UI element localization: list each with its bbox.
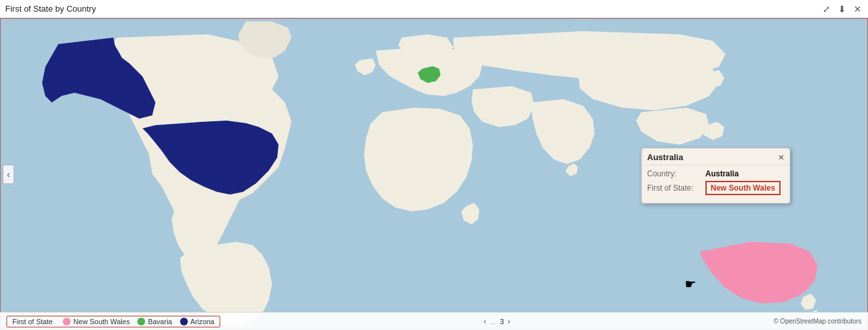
legend-label-nsw: New South Wales <box>73 318 130 325</box>
tooltip-state-value: New South Wales <box>705 181 781 195</box>
tooltip-title: Australia <box>647 152 683 162</box>
legend-item-nsw: New South Wales <box>63 318 130 325</box>
tooltip-state-label: First of State: <box>647 183 705 193</box>
tooltip-body: Country: Australia First of State: New S… <box>642 165 790 203</box>
current-page: 3 <box>500 318 504 325</box>
next-page-arrow[interactable]: › <box>508 317 510 326</box>
prev-page-arrow[interactable]: ‹ <box>483 317 486 326</box>
map-attribution: © OpenStreetMap contributors <box>773 318 862 325</box>
tooltip-header: Australia ✕ <box>642 148 790 165</box>
legend-dot-arizona <box>180 318 188 325</box>
tooltip-country-value: Australia <box>705 169 738 178</box>
close-icon[interactable]: ✕ <box>852 4 863 14</box>
tooltip-close-button[interactable]: ✕ <box>778 154 784 161</box>
legend-dot-nsw <box>63 318 71 325</box>
legend-item-bavaria: Bavaria <box>137 318 172 325</box>
tooltip-popup: Australia ✕ Country: Australia First of … <box>641 148 790 204</box>
bottom-bar: First of State New South Wales Bavaria A… <box>0 312 868 330</box>
legend: First of State New South Wales Bavaria A… <box>6 316 220 327</box>
download-icon[interactable]: ⬇ <box>837 4 847 14</box>
page-dots: ... <box>490 318 496 325</box>
legend-label-bavaria: Bavaria <box>148 318 172 325</box>
legend-label-arizona: Arizona <box>190 318 214 325</box>
expand-icon[interactable]: ⤢ <box>821 4 832 14</box>
pagination: ‹ ... 3 › <box>483 317 510 326</box>
page-title: First of State by Country <box>5 4 96 14</box>
legend-title: First of State <box>12 318 52 325</box>
legend-dot-bavaria <box>137 318 145 325</box>
tooltip-state-row: First of State: New South Wales <box>647 181 784 195</box>
titlebar-icons: ⤢ ⬇ ✕ <box>821 4 863 14</box>
legend-item-arizona: Arizona <box>180 318 214 325</box>
titlebar: First of State by Country ⤢ ⬇ ✕ <box>0 0 868 18</box>
tooltip-country-row: Country: Australia <box>647 169 784 178</box>
tooltip-country-label: Country: <box>647 169 705 178</box>
left-nav-arrow[interactable]: ‹ <box>3 165 14 184</box>
map-container[interactable]: ‹ Australia ✕ Country: Australia First o… <box>0 18 868 330</box>
